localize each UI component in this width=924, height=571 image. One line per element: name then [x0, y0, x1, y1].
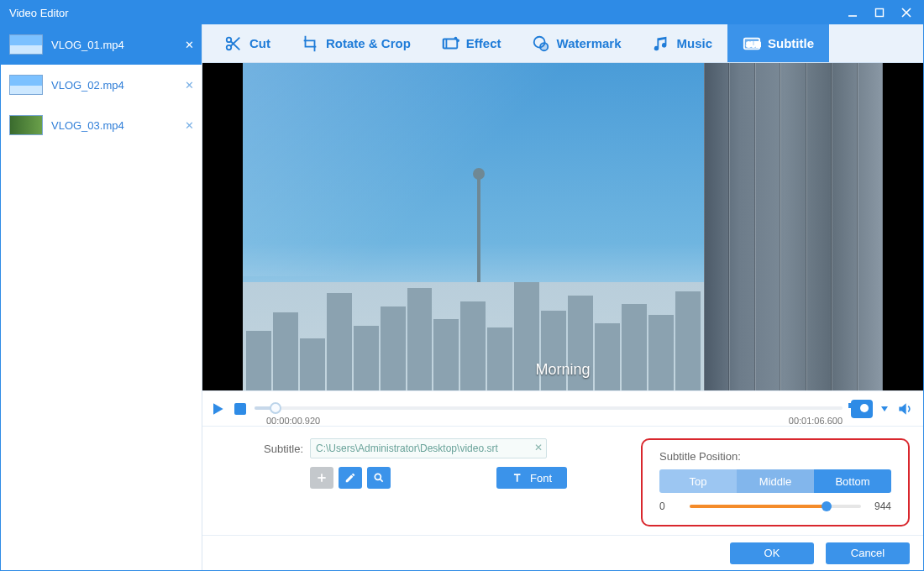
remove-file-icon[interactable]: ✕	[181, 118, 197, 133]
slider-max: 944	[868, 500, 891, 512]
tab-label: Music	[677, 36, 713, 50]
subtitle-path-value: C:\Users\Administrator\Desktop\video.srt	[316, 443, 498, 454]
subtitle-icon: SUB	[743, 34, 761, 53]
svg-point-14	[540, 43, 548, 50]
stop-button[interactable]	[234, 403, 246, 415]
tab-rotate-crop[interactable]: Rotate & Crop	[286, 24, 426, 62]
scissors-icon	[224, 34, 243, 53]
file-thumbnail	[9, 75, 43, 95]
window-title: Video Editor	[9, 7, 839, 19]
tab-subtitle[interactable]: SUB Subtitle	[727, 24, 829, 62]
tool-tabs: Cut Rotate & Crop Effect	[202, 24, 923, 63]
close-button[interactable]	[893, 3, 920, 23]
minimize-button[interactable]	[839, 3, 866, 23]
file-item[interactable]: VLOG_03.mp4 ✕	[1, 105, 202, 145]
player-controls: 00:00:00.920 00:01:06.600	[202, 390, 923, 426]
search-subtitle-button[interactable]	[367, 467, 391, 489]
svg-point-19	[375, 474, 381, 479]
footer: OK Cancel	[202, 535, 923, 570]
position-top[interactable]: Top	[659, 469, 737, 493]
tab-label: Subtitle	[768, 36, 814, 50]
file-thumbnail	[9, 115, 43, 135]
volume-button[interactable]	[896, 401, 913, 417]
file-item[interactable]: VLOG_01.mp4 ✕	[1, 24, 202, 65]
clear-path-icon[interactable]: ✕	[534, 442, 543, 453]
add-subtitle-button[interactable]	[310, 467, 333, 489]
file-item[interactable]: VLOG_02.mp4 ✕	[1, 65, 202, 105]
ok-button[interactable]: OK	[730, 542, 814, 564]
font-button-label: Font	[530, 472, 552, 485]
svg-point-5	[227, 45, 232, 50]
tab-label: Cut	[249, 36, 270, 50]
file-name: VLOG_02.mp4	[51, 79, 173, 92]
svg-line-20	[381, 479, 383, 482]
video-preview[interactable]: Morning	[243, 63, 883, 390]
tab-effect[interactable]: Effect	[426, 24, 517, 62]
title-bar: Video Editor	[1, 1, 923, 24]
tab-cut[interactable]: Cut	[209, 24, 286, 62]
subtitle-position-group: Subtitle Position: Top Middle Bottom 0 9…	[641, 438, 910, 526]
svg-rect-8	[444, 39, 458, 48]
font-button[interactable]: Font	[496, 467, 567, 489]
maximize-button[interactable]	[866, 3, 893, 23]
snapshot-button[interactable]	[851, 400, 873, 418]
remove-file-icon[interactable]: ✕	[181, 77, 197, 92]
crop-icon	[301, 34, 319, 53]
slider-min: 0	[659, 500, 683, 512]
svg-text:SUB: SUB	[747, 40, 761, 48]
file-name: VLOG_01.mp4	[51, 39, 173, 51]
file-name: VLOG_03.mp4	[51, 119, 173, 132]
music-icon	[652, 34, 670, 53]
position-bottom[interactable]: Bottom	[814, 469, 891, 493]
snapshot-dropdown-icon[interactable]	[881, 406, 888, 411]
file-thumbnail	[9, 34, 43, 55]
tab-label: Watermark	[557, 36, 622, 50]
total-time: 00:01:06.600	[789, 416, 843, 426]
watermark-icon	[532, 34, 550, 53]
svg-rect-1	[876, 9, 884, 17]
tab-music[interactable]: Music	[637, 24, 728, 62]
subtitle-path-field[interactable]: C:\Users\Administrator\Desktop\video.srt…	[310, 438, 547, 458]
tab-watermark[interactable]: Watermark	[517, 24, 637, 62]
letterbox-left	[202, 63, 243, 390]
remove-file-icon[interactable]: ✕	[181, 37, 197, 52]
letterbox-right	[883, 63, 923, 390]
file-list: VLOG_01.mp4 ✕ VLOG_02.mp4 ✕ VLOG_03.mp4 …	[1, 24, 202, 570]
subtitle-caption: Morning	[535, 361, 590, 379]
svg-point-11	[454, 37, 456, 39]
svg-point-4	[227, 37, 232, 42]
tab-label: Rotate & Crop	[326, 36, 411, 50]
svg-point-12	[457, 39, 459, 41]
position-slider[interactable]	[690, 500, 861, 513]
timeline-slider[interactable]: 00:00:00.920 00:01:06.600	[255, 399, 843, 419]
position-middle[interactable]: Middle	[737, 469, 814, 493]
tab-label: Effect	[466, 36, 501, 50]
position-segmented: Top Middle Bottom	[659, 469, 891, 493]
cancel-button[interactable]: Cancel	[826, 542, 910, 564]
subtitle-position-title: Subtitle Position:	[659, 450, 891, 463]
edit-subtitle-button[interactable]	[339, 467, 362, 489]
subtitle-panel: Subtitle: C:\Users\Administrator\Desktop…	[202, 426, 923, 535]
subtitle-path-label: Subtitle:	[256, 443, 303, 455]
preview-area: Morning	[202, 63, 923, 390]
play-button[interactable]	[209, 401, 226, 417]
effect-icon	[441, 34, 459, 53]
current-time: 00:00:00.920	[266, 416, 320, 426]
